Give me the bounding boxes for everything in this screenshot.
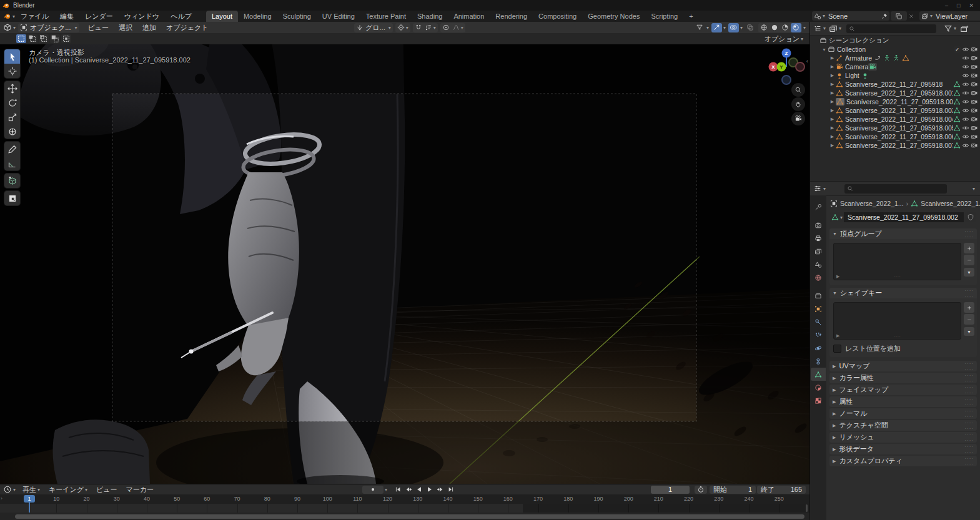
hide-viewport-icon[interactable] <box>962 89 969 97</box>
outliner-item-label[interactable]: Scaniverse_2022_11_27_095918.004 <box>845 115 953 123</box>
timeline-menu-item[interactable]: キーイング▾ <box>44 485 92 494</box>
add-rest-position-checkbox[interactable] <box>833 345 841 353</box>
prev-key-button[interactable] <box>403 485 413 494</box>
breadcrumb-object[interactable]: Scaniverse_2022_1... <box>840 200 904 207</box>
disable-render-icon[interactable] <box>971 107 978 114</box>
minimize-button[interactable]: – <box>945 2 948 9</box>
pivot-point[interactable]: ▾ <box>395 23 410 32</box>
expand-caret[interactable]: ▶ <box>829 73 836 78</box>
outliner-row-2[interactable]: ▶Armature <box>810 54 980 62</box>
app-menu-item[interactable]: 編集 <box>54 11 79 22</box>
tool-scale[interactable] <box>4 110 20 124</box>
properties-tab-view-layer[interactable] <box>811 245 826 258</box>
preview-range-button[interactable] <box>695 486 707 494</box>
disable-render-icon[interactable] <box>971 72 978 79</box>
tool-annotate[interactable] <box>4 142 20 156</box>
panel-collapsed-8[interactable]: ▶カスタムプロパティ········ <box>829 456 977 466</box>
outliner-row-7[interactable]: ▶Scaniverse_2022_11_27_095918.002 <box>810 97 980 106</box>
workspace-tab-layout[interactable]: Layout <box>206 11 238 22</box>
viewlayer-selector[interactable]: ▾ ViewLayer <box>919 11 980 21</box>
outliner-row-0[interactable]: シーンコレクション <box>810 36 980 45</box>
workspace-tab-shading[interactable]: Shading <box>412 11 448 22</box>
outliner-row-8[interactable]: ▶Scaniverse_2022_11_27_095918.003 <box>810 106 980 115</box>
add-workspace-button[interactable]: + <box>683 11 698 22</box>
new-collection-icon[interactable] <box>960 24 969 33</box>
tool-select-box[interactable] <box>4 49 20 64</box>
hide-viewport-icon[interactable] <box>962 115 969 123</box>
app-menu-item[interactable]: ウィンドウ <box>119 11 165 22</box>
shape-keys-list[interactable]: ▶ ···· <box>833 302 961 340</box>
show-overlays-toggle[interactable] <box>728 23 739 32</box>
expand-caret[interactable]: ▶ <box>829 82 836 87</box>
panel-vertex-groups-header[interactable]: ▼ 頂点グループ ········ <box>829 228 977 239</box>
outliner-item-label[interactable]: シーンコレクション <box>829 36 889 45</box>
new-scene-button[interactable] <box>891 11 907 21</box>
outliner-row-11[interactable]: ▶Scaniverse_2022_11_27_095918.006 <box>810 132 980 141</box>
outliner-item-label[interactable]: Collection <box>837 46 866 53</box>
outliner-item-label[interactable]: Scaniverse_2022_11_27_095918.002 <box>846 98 953 105</box>
outliner-item-label[interactable]: Scaniverse_2022_11_27_095918.006 <box>845 133 953 140</box>
shading-solid-button[interactable] <box>770 23 780 32</box>
outliner-item-label[interactable]: Scaniverse_2022_11_27_095918.005 <box>845 124 953 132</box>
hide-viewport-icon[interactable] <box>962 81 969 88</box>
outliner-row-5[interactable]: ▶Scaniverse_2022_11_27_095918 <box>810 80 980 89</box>
tool-extra-tool[interactable] <box>4 191 20 205</box>
expand-caret[interactable]: ▶ <box>829 125 836 130</box>
properties-tab-material[interactable] <box>811 381 826 394</box>
panel-collapsed-5[interactable]: ▶テクスチャ空間········ <box>829 420 977 431</box>
panel-collapsed-3[interactable]: ▶属性········ <box>829 396 977 407</box>
editor-type-properties-icon[interactable] <box>813 184 822 193</box>
properties-tab-tool[interactable] <box>811 200 826 213</box>
tool-transform[interactable] <box>4 124 20 139</box>
playhead-frame-badge[interactable]: 1 <box>24 495 35 503</box>
axis-gizmo[interactable]: Z X Y <box>763 44 809 91</box>
breadcrumb-data[interactable]: Scaniverse_2022_1... <box>921 200 980 207</box>
display-mode-icon[interactable] <box>813 24 822 33</box>
outliner-search-input[interactable] <box>846 24 936 33</box>
play-button[interactable] <box>424 485 435 494</box>
viewport-menu-item[interactable]: 選択 <box>114 23 137 32</box>
collection-checkbox[interactable]: ✓ <box>954 46 961 53</box>
timeline-hscrollbar[interactable] <box>15 514 804 519</box>
select-mode-intersect[interactable] <box>61 34 71 43</box>
frame-start-field[interactable]: 開始 1 <box>710 486 756 494</box>
workspace-tab-sculpting[interactable]: Sculpting <box>277 11 317 22</box>
outliner-row-6[interactable]: ▶Scaniverse_2022_11_27_095918.001 <box>810 89 980 97</box>
pan-button[interactable] <box>791 97 805 111</box>
viewport-menu-item[interactable]: 追加 <box>137 23 161 32</box>
expand-caret[interactable]: ▶ <box>829 91 836 96</box>
frame-end-field[interactable]: 終了 165 <box>757 486 806 494</box>
timeline-vscrollbar[interactable] <box>806 504 808 512</box>
tool-cursor[interactable] <box>4 64 20 78</box>
ruler-arrow[interactable]: › <box>1 496 2 501</box>
panel-collapsed-6[interactable]: ▶リメッシュ········ <box>829 432 977 443</box>
workspace-tab-compositing[interactable]: Compositing <box>533 11 582 22</box>
hide-viewport-icon[interactable] <box>962 133 969 140</box>
close-button[interactable]: ✕ <box>969 2 974 9</box>
shading-wireframe-button[interactable] <box>759 23 770 32</box>
blender-menu-icon[interactable] <box>4 12 11 20</box>
show-gizmo-toggle[interactable] <box>711 23 722 32</box>
vertex-group-specials-button[interactable]: ▼ <box>964 268 974 277</box>
filter-id-icon[interactable] <box>829 24 838 33</box>
outliner-row-1[interactable]: ▼Collection✓ <box>810 45 980 54</box>
outliner-item-label[interactable]: Camera <box>845 63 868 71</box>
expand-caret[interactable]: ▶ <box>829 134 836 139</box>
viewport-menu-item[interactable]: オブジェクト <box>161 23 214 32</box>
properties-tab-modifiers[interactable] <box>811 315 826 328</box>
proportional-editing[interactable]: ▾ <box>440 23 465 32</box>
sidebar-collapse-arrow[interactable]: ‹ <box>806 58 808 64</box>
properties-tab-render[interactable] <box>811 218 826 232</box>
editor-type-timeline-icon[interactable] <box>3 485 12 494</box>
tool-add-cube[interactable] <box>4 174 20 188</box>
disable-render-icon[interactable] <box>971 46 978 53</box>
playhead-line[interactable] <box>29 502 30 513</box>
maximize-button[interactable]: □ <box>957 2 960 9</box>
outliner-row-4[interactable]: ▶Light <box>810 71 980 80</box>
transform-orientation[interactable]: グロ... ▾ <box>354 23 393 32</box>
outliner-item-label[interactable]: Scaniverse_2022_11_27_095918 <box>845 81 943 88</box>
workspace-tab-modeling[interactable]: Modeling <box>238 11 277 22</box>
shape-key-specials-button[interactable]: ▼ <box>964 327 974 336</box>
hide-viewport-icon[interactable] <box>962 63 969 71</box>
vertex-groups-list[interactable]: ▶ ···· <box>833 243 961 280</box>
